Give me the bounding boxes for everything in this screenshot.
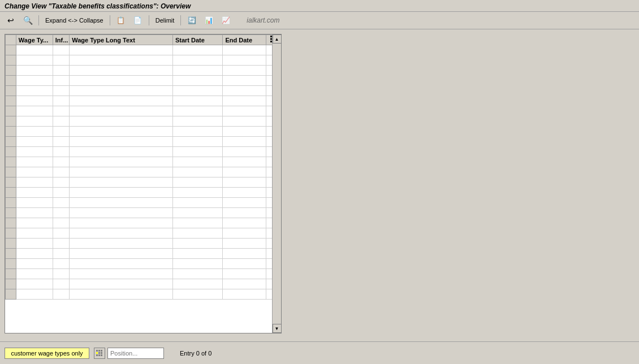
row-selector-cell[interactable] <box>6 55 16 66</box>
start-date-cell[interactable] <box>172 279 222 289</box>
end-date-cell[interactable] <box>223 228 266 239</box>
start-date-cell[interactable] <box>172 228 222 239</box>
info-cell[interactable] <box>53 259 69 269</box>
end-date-cell[interactable] <box>223 198 266 208</box>
end-date-cell[interactable] <box>223 269 266 279</box>
table-row[interactable] <box>6 279 281 289</box>
end-date-cell[interactable] <box>223 239 266 249</box>
row-selector-cell[interactable] <box>6 249 16 259</box>
wage-long-cell[interactable] <box>70 228 173 239</box>
undo-button[interactable]: ↩ <box>3 14 18 27</box>
wage-type-cell[interactable] <box>16 55 53 66</box>
table-row[interactable] <box>6 45 281 55</box>
end-date-cell[interactable] <box>223 208 266 218</box>
table-row[interactable] <box>6 289 281 300</box>
row-selector-cell[interactable] <box>6 167 16 177</box>
start-date-cell[interactable] <box>172 157 222 167</box>
row-selector-cell[interactable] <box>6 208 16 218</box>
info-cell[interactable] <box>53 76 69 86</box>
start-date-cell[interactable] <box>172 208 222 218</box>
table-row[interactable] <box>6 177 281 188</box>
row-selector-cell[interactable] <box>6 198 16 208</box>
row-selector-cell[interactable] <box>6 86 16 96</box>
info-cell[interactable] <box>53 218 69 228</box>
wage-long-cell[interactable] <box>70 66 173 76</box>
wage-type-cell[interactable] <box>16 218 53 228</box>
wage-type-cell[interactable] <box>16 66 53 76</box>
end-date-cell[interactable] <box>223 218 266 228</box>
end-date-cell[interactable] <box>223 188 266 198</box>
info-cell[interactable] <box>53 289 69 300</box>
wage-type-cell[interactable] <box>16 279 53 289</box>
row-selector-cell[interactable] <box>6 228 16 239</box>
info-cell[interactable] <box>53 228 69 239</box>
row-selector-cell[interactable] <box>6 279 16 289</box>
wage-long-cell[interactable] <box>70 167 173 177</box>
wage-long-cell[interactable] <box>70 208 173 218</box>
wage-long-cell[interactable] <box>70 45 173 55</box>
table-button-3[interactable]: 📊 <box>201 14 216 27</box>
table-row[interactable] <box>6 208 281 218</box>
info-cell[interactable] <box>53 137 69 147</box>
wage-type-cell[interactable] <box>16 127 53 137</box>
wage-long-cell[interactable] <box>70 289 173 300</box>
row-selector-cell[interactable] <box>6 147 16 157</box>
end-date-cell[interactable] <box>223 289 266 300</box>
start-date-cell[interactable] <box>172 86 222 96</box>
wage-type-cell[interactable] <box>16 157 53 167</box>
wage-type-cell[interactable] <box>16 147 53 157</box>
table-row[interactable] <box>6 86 281 96</box>
table-row[interactable] <box>6 76 281 86</box>
row-selector-cell[interactable] <box>6 177 16 188</box>
wage-type-cell[interactable] <box>16 249 53 259</box>
info-cell[interactable] <box>53 239 69 249</box>
table-row[interactable] <box>6 218 281 228</box>
info-cell[interactable] <box>53 208 69 218</box>
wage-type-cell[interactable] <box>16 239 53 249</box>
row-selector-cell[interactable] <box>6 106 16 116</box>
wage-long-cell[interactable] <box>70 106 173 116</box>
wage-long-cell[interactable] <box>70 76 173 86</box>
info-cell[interactable] <box>53 86 69 96</box>
start-date-cell[interactable] <box>172 137 222 147</box>
info-cell[interactable] <box>53 55 69 66</box>
start-date-cell[interactable] <box>172 66 222 76</box>
table-copy-button-1[interactable]: 📋 <box>114 14 128 27</box>
customer-wage-types-button[interactable]: customer wage types only <box>5 348 89 359</box>
wage-long-cell[interactable] <box>70 259 173 269</box>
start-date-cell[interactable] <box>172 167 222 177</box>
end-date-cell[interactable] <box>223 147 266 157</box>
scroll-down-button[interactable]: ▼ <box>273 324 282 333</box>
wage-long-cell[interactable] <box>70 116 173 127</box>
row-selector-cell[interactable] <box>6 259 16 269</box>
row-selector-cell[interactable] <box>6 116 16 127</box>
wage-type-cell[interactable] <box>16 269 53 279</box>
info-cell[interactable] <box>53 167 69 177</box>
start-date-cell[interactable] <box>172 218 222 228</box>
start-date-cell[interactable] <box>172 269 222 279</box>
end-date-cell[interactable] <box>223 86 266 96</box>
start-date-cell[interactable] <box>172 96 222 106</box>
scrollbar[interactable]: ▲ ▼ <box>272 34 281 333</box>
wage-type-cell[interactable] <box>16 96 53 106</box>
start-date-cell[interactable] <box>172 106 222 116</box>
wage-type-cell[interactable] <box>16 198 53 208</box>
end-date-cell[interactable] <box>223 55 266 66</box>
table-row[interactable] <box>6 106 281 116</box>
table-row[interactable] <box>6 198 281 208</box>
end-date-cell[interactable] <box>223 137 266 147</box>
table-row[interactable] <box>6 167 281 177</box>
start-date-cell[interactable] <box>172 45 222 55</box>
info-cell[interactable] <box>53 188 69 198</box>
row-selector-cell[interactable] <box>6 96 16 106</box>
wage-long-cell[interactable] <box>70 96 173 106</box>
end-date-cell[interactable] <box>223 66 266 76</box>
end-date-cell[interactable] <box>223 177 266 188</box>
wage-type-cell[interactable] <box>16 259 53 269</box>
position-input[interactable] <box>107 348 164 359</box>
wage-long-cell[interactable] <box>70 249 173 259</box>
scroll-up-button[interactable]: ▲ <box>273 34 282 44</box>
start-date-cell[interactable] <box>172 55 222 66</box>
info-cell[interactable] <box>53 269 69 279</box>
table-row[interactable] <box>6 147 281 157</box>
